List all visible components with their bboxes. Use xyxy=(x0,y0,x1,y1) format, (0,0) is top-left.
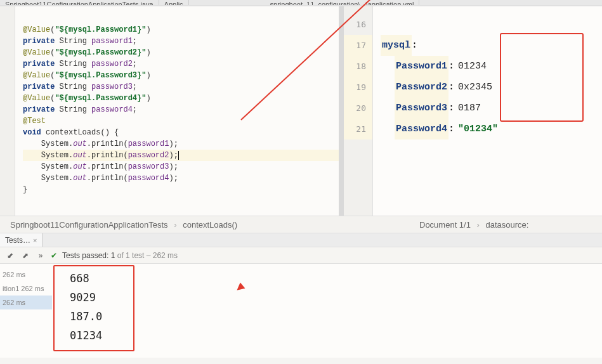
output-line: 01234 xyxy=(70,326,602,345)
run-tab-tests[interactable]: Tests… × xyxy=(0,233,43,247)
tab-mid[interactable]: Applic xyxy=(159,0,189,5)
yaml-code[interactable]: mysql: Password1:01234 Password2:0x2345 … xyxy=(373,6,602,216)
editor-split: @Value("${mysql.Password1}") private Str… xyxy=(0,6,602,216)
close-icon[interactable]: × xyxy=(33,237,37,244)
tab-yml[interactable]: springboot_11_configuration\...\applicat… xyxy=(265,0,420,5)
vertical-splitter[interactable] xyxy=(339,6,344,216)
breadcrumb-doc[interactable]: Document 1/1 xyxy=(419,220,471,230)
breadcrumb-method[interactable]: contextLoads() xyxy=(183,220,237,230)
output-line: 187.0 xyxy=(70,307,602,326)
annotation-box-output xyxy=(53,265,134,351)
editor-tabs: Springboot11ConfigurationApplicationTest… xyxy=(0,0,602,6)
run-toolbar: ⬋ ⬈ » ✔ Tests passed: 1 of 1 test – 262 … xyxy=(0,247,602,264)
test-status: Tests passed: 1 of 1 test – 262 ms xyxy=(62,251,178,260)
breadcrumb-bar: Springboot11ConfigurationApplicationTest… xyxy=(0,216,602,233)
collapse-icon[interactable]: ⬋ xyxy=(5,250,15,261)
java-editor[interactable]: @Value("${mysql.Password1}") private Str… xyxy=(0,6,341,216)
check-icon: ✔ xyxy=(51,251,57,260)
breadcrumb-class[interactable]: Springboot11ConfigurationApplicationTest… xyxy=(10,220,168,230)
tab-java[interactable]: Springboot11ConfigurationApplicationTest… xyxy=(0,0,159,5)
annotation-box-yaml xyxy=(500,33,584,122)
expand-icon[interactable]: ⬈ xyxy=(20,250,30,261)
yaml-gutter: 16 17 18 19 20 21 xyxy=(341,6,373,216)
caret xyxy=(178,151,179,160)
java-gutter xyxy=(0,6,15,216)
console-area: 262 ms ition1 262 ms 262 ms 668 9029 187… xyxy=(0,264,602,358)
breadcrumb-key[interactable]: datasource: xyxy=(486,220,529,230)
tree-row[interactable]: 262 ms xyxy=(0,296,52,309)
console-output[interactable]: 668 9029 187.0 01234 xyxy=(52,264,602,358)
output-line: 668 xyxy=(70,269,602,288)
yaml-editor[interactable]: 16 17 18 19 20 21 mysql: Password1:01234… xyxy=(341,6,602,216)
annotation: @Value xyxy=(23,25,50,34)
output-line: 9029 xyxy=(70,288,602,307)
java-code[interactable]: @Value("${mysql.Password1}") private Str… xyxy=(15,6,339,216)
tree-row[interactable]: ition1 262 ms xyxy=(0,282,52,296)
test-tree[interactable]: 262 ms ition1 262 ms 262 ms xyxy=(0,264,52,358)
chevrons-icon: » xyxy=(36,250,46,261)
tree-row[interactable]: 262 ms xyxy=(0,268,52,282)
run-tabs: Tests… × xyxy=(0,233,602,247)
